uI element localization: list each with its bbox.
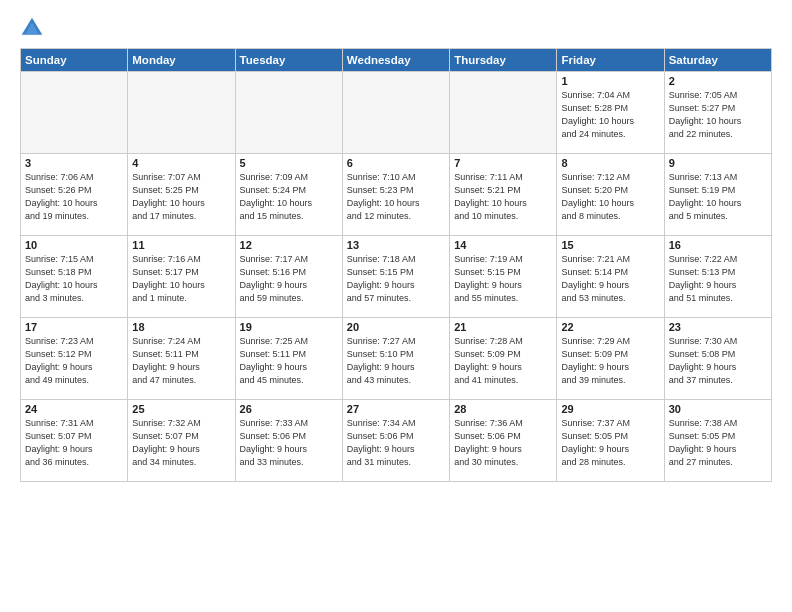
calendar-cell: 21Sunrise: 7:28 AM Sunset: 5:09 PM Dayli… <box>450 318 557 400</box>
calendar-week-2: 3Sunrise: 7:06 AM Sunset: 5:26 PM Daylig… <box>21 154 772 236</box>
day-number: 28 <box>454 403 552 415</box>
calendar-cell: 24Sunrise: 7:31 AM Sunset: 5:07 PM Dayli… <box>21 400 128 482</box>
calendar-cell: 22Sunrise: 7:29 AM Sunset: 5:09 PM Dayli… <box>557 318 664 400</box>
calendar-cell <box>235 72 342 154</box>
day-info: Sunrise: 7:16 AM Sunset: 5:17 PM Dayligh… <box>132 253 230 305</box>
day-info: Sunrise: 7:27 AM Sunset: 5:10 PM Dayligh… <box>347 335 445 387</box>
day-info: Sunrise: 7:29 AM Sunset: 5:09 PM Dayligh… <box>561 335 659 387</box>
day-info: Sunrise: 7:23 AM Sunset: 5:12 PM Dayligh… <box>25 335 123 387</box>
calendar-cell: 6Sunrise: 7:10 AM Sunset: 5:23 PM Daylig… <box>342 154 449 236</box>
day-info: Sunrise: 7:36 AM Sunset: 5:06 PM Dayligh… <box>454 417 552 469</box>
day-info: Sunrise: 7:37 AM Sunset: 5:05 PM Dayligh… <box>561 417 659 469</box>
calendar-cell: 9Sunrise: 7:13 AM Sunset: 5:19 PM Daylig… <box>664 154 771 236</box>
calendar-week-3: 10Sunrise: 7:15 AM Sunset: 5:18 PM Dayli… <box>21 236 772 318</box>
day-info: Sunrise: 7:21 AM Sunset: 5:14 PM Dayligh… <box>561 253 659 305</box>
page: SundayMondayTuesdayWednesdayThursdayFrid… <box>0 0 792 612</box>
day-number: 14 <box>454 239 552 251</box>
weekday-header-sunday: Sunday <box>21 49 128 72</box>
day-info: Sunrise: 7:12 AM Sunset: 5:20 PM Dayligh… <box>561 171 659 223</box>
calendar-cell: 26Sunrise: 7:33 AM Sunset: 5:06 PM Dayli… <box>235 400 342 482</box>
day-info: Sunrise: 7:38 AM Sunset: 5:05 PM Dayligh… <box>669 417 767 469</box>
calendar-cell: 11Sunrise: 7:16 AM Sunset: 5:17 PM Dayli… <box>128 236 235 318</box>
day-number: 27 <box>347 403 445 415</box>
weekday-header-tuesday: Tuesday <box>235 49 342 72</box>
day-info: Sunrise: 7:07 AM Sunset: 5:25 PM Dayligh… <box>132 171 230 223</box>
calendar-cell <box>21 72 128 154</box>
day-number: 22 <box>561 321 659 333</box>
day-info: Sunrise: 7:04 AM Sunset: 5:28 PM Dayligh… <box>561 89 659 141</box>
weekday-header-friday: Friday <box>557 49 664 72</box>
day-number: 24 <box>25 403 123 415</box>
day-number: 16 <box>669 239 767 251</box>
day-number: 17 <box>25 321 123 333</box>
calendar-cell: 10Sunrise: 7:15 AM Sunset: 5:18 PM Dayli… <box>21 236 128 318</box>
calendar-header: SundayMondayTuesdayWednesdayThursdayFrid… <box>21 49 772 72</box>
day-number: 6 <box>347 157 445 169</box>
calendar-week-4: 17Sunrise: 7:23 AM Sunset: 5:12 PM Dayli… <box>21 318 772 400</box>
calendar-cell: 1Sunrise: 7:04 AM Sunset: 5:28 PM Daylig… <box>557 72 664 154</box>
weekday-header-row: SundayMondayTuesdayWednesdayThursdayFrid… <box>21 49 772 72</box>
day-info: Sunrise: 7:32 AM Sunset: 5:07 PM Dayligh… <box>132 417 230 469</box>
day-number: 1 <box>561 75 659 87</box>
day-info: Sunrise: 7:09 AM Sunset: 5:24 PM Dayligh… <box>240 171 338 223</box>
day-number: 19 <box>240 321 338 333</box>
calendar-body: 1Sunrise: 7:04 AM Sunset: 5:28 PM Daylig… <box>21 72 772 482</box>
day-number: 11 <box>132 239 230 251</box>
calendar-cell: 20Sunrise: 7:27 AM Sunset: 5:10 PM Dayli… <box>342 318 449 400</box>
calendar-cell: 29Sunrise: 7:37 AM Sunset: 5:05 PM Dayli… <box>557 400 664 482</box>
weekday-header-thursday: Thursday <box>450 49 557 72</box>
day-info: Sunrise: 7:10 AM Sunset: 5:23 PM Dayligh… <box>347 171 445 223</box>
header <box>20 16 772 40</box>
day-info: Sunrise: 7:28 AM Sunset: 5:09 PM Dayligh… <box>454 335 552 387</box>
day-info: Sunrise: 7:15 AM Sunset: 5:18 PM Dayligh… <box>25 253 123 305</box>
weekday-header-monday: Monday <box>128 49 235 72</box>
calendar-cell: 27Sunrise: 7:34 AM Sunset: 5:06 PM Dayli… <box>342 400 449 482</box>
day-info: Sunrise: 7:17 AM Sunset: 5:16 PM Dayligh… <box>240 253 338 305</box>
day-number: 8 <box>561 157 659 169</box>
calendar-cell: 19Sunrise: 7:25 AM Sunset: 5:11 PM Dayli… <box>235 318 342 400</box>
calendar-table: SundayMondayTuesdayWednesdayThursdayFrid… <box>20 48 772 482</box>
day-number: 10 <box>25 239 123 251</box>
calendar-cell: 15Sunrise: 7:21 AM Sunset: 5:14 PM Dayli… <box>557 236 664 318</box>
day-number: 5 <box>240 157 338 169</box>
calendar-cell <box>450 72 557 154</box>
day-number: 18 <box>132 321 230 333</box>
day-number: 13 <box>347 239 445 251</box>
day-number: 2 <box>669 75 767 87</box>
calendar-cell: 4Sunrise: 7:07 AM Sunset: 5:25 PM Daylig… <box>128 154 235 236</box>
day-info: Sunrise: 7:06 AM Sunset: 5:26 PM Dayligh… <box>25 171 123 223</box>
day-number: 15 <box>561 239 659 251</box>
day-info: Sunrise: 7:13 AM Sunset: 5:19 PM Dayligh… <box>669 171 767 223</box>
day-number: 30 <box>669 403 767 415</box>
calendar-week-1: 1Sunrise: 7:04 AM Sunset: 5:28 PM Daylig… <box>21 72 772 154</box>
calendar-cell: 16Sunrise: 7:22 AM Sunset: 5:13 PM Dayli… <box>664 236 771 318</box>
day-number: 7 <box>454 157 552 169</box>
day-info: Sunrise: 7:18 AM Sunset: 5:15 PM Dayligh… <box>347 253 445 305</box>
day-number: 21 <box>454 321 552 333</box>
calendar-cell: 23Sunrise: 7:30 AM Sunset: 5:08 PM Dayli… <box>664 318 771 400</box>
day-number: 29 <box>561 403 659 415</box>
day-info: Sunrise: 7:25 AM Sunset: 5:11 PM Dayligh… <box>240 335 338 387</box>
calendar-cell: 3Sunrise: 7:06 AM Sunset: 5:26 PM Daylig… <box>21 154 128 236</box>
day-info: Sunrise: 7:22 AM Sunset: 5:13 PM Dayligh… <box>669 253 767 305</box>
calendar-cell: 5Sunrise: 7:09 AM Sunset: 5:24 PM Daylig… <box>235 154 342 236</box>
day-number: 3 <box>25 157 123 169</box>
day-number: 20 <box>347 321 445 333</box>
weekday-header-wednesday: Wednesday <box>342 49 449 72</box>
day-info: Sunrise: 7:05 AM Sunset: 5:27 PM Dayligh… <box>669 89 767 141</box>
day-info: Sunrise: 7:19 AM Sunset: 5:15 PM Dayligh… <box>454 253 552 305</box>
calendar-cell: 25Sunrise: 7:32 AM Sunset: 5:07 PM Dayli… <box>128 400 235 482</box>
day-info: Sunrise: 7:31 AM Sunset: 5:07 PM Dayligh… <box>25 417 123 469</box>
calendar-cell: 28Sunrise: 7:36 AM Sunset: 5:06 PM Dayli… <box>450 400 557 482</box>
day-info: Sunrise: 7:33 AM Sunset: 5:06 PM Dayligh… <box>240 417 338 469</box>
logo <box>20 16 48 40</box>
calendar-cell: 14Sunrise: 7:19 AM Sunset: 5:15 PM Dayli… <box>450 236 557 318</box>
calendar-cell: 2Sunrise: 7:05 AM Sunset: 5:27 PM Daylig… <box>664 72 771 154</box>
weekday-header-saturday: Saturday <box>664 49 771 72</box>
calendar-cell: 13Sunrise: 7:18 AM Sunset: 5:15 PM Dayli… <box>342 236 449 318</box>
calendar-cell: 8Sunrise: 7:12 AM Sunset: 5:20 PM Daylig… <box>557 154 664 236</box>
calendar-week-5: 24Sunrise: 7:31 AM Sunset: 5:07 PM Dayli… <box>21 400 772 482</box>
day-info: Sunrise: 7:30 AM Sunset: 5:08 PM Dayligh… <box>669 335 767 387</box>
calendar-cell: 7Sunrise: 7:11 AM Sunset: 5:21 PM Daylig… <box>450 154 557 236</box>
day-number: 9 <box>669 157 767 169</box>
